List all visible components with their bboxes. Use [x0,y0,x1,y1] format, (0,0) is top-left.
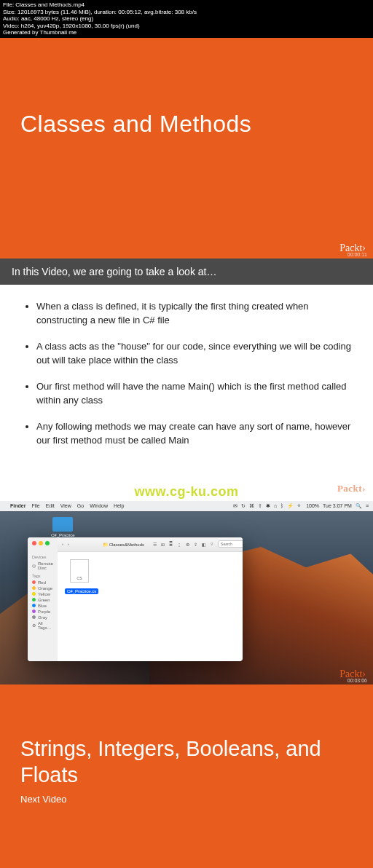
file-icon [70,559,89,583]
desktop-frame: Finder File Edit View Go Window Help ✉ ↻… [0,501,373,684]
nav-forward-button[interactable]: › [68,542,69,546]
next-subtitle: Next Video [20,794,353,805]
nav-back-button[interactable]: ‹ [62,542,63,546]
share-button[interactable]: ⇪ [194,542,197,547]
finder-toolbar: ‹ › 📁 Classes&Methods ☰ ⊞ ≣ ⋮ ⚙ ⇪ ◧ ⍢ [58,537,243,552]
next-video-slide: Strings, Integers, Booleans, and Floats … [0,684,373,868]
finder-main: ‹ › 📁 Classes&Methods ☰ ⊞ ≣ ⋮ ⚙ ⇪ ◧ ⍢ C#… [58,537,243,661]
sidebar-section-header: Devices [32,555,53,559]
menu-item[interactable]: Edit [46,503,55,508]
view-mode-button[interactable]: ⊞ [161,542,165,547]
tag-dot-icon [32,609,36,613]
status-icons[interactable]: ✉ ↻ ⌘ ⇧ ✱ ⌂ ᛒ ⚡ ᯤ 100% Tue 3:07 PM 🔍 ≡ [233,503,369,509]
spotlight-icon[interactable]: 🔍 [356,503,362,509]
window-controls[interactable] [32,541,50,545]
tag-dot-icon [32,598,36,601]
sidebar-tag-yellow[interactable]: Yellow [32,591,53,597]
next-title: Strings, Integers, Booleans, and Floats [20,735,353,789]
bullet-item: When a class is defined, it is typically… [36,299,351,328]
zoom-icon[interactable] [45,541,50,545]
file-item[interactable]: C#_Practice.cs [65,559,94,596]
view-mode-button[interactable]: ≣ [169,542,173,547]
status-icon[interactable]: ✱ [266,503,270,509]
slide-title: Classes and Methods [20,111,353,138]
sidebar-tag-orange[interactable]: Orange [32,585,53,591]
clock[interactable]: Tue 3:07 PM [323,503,352,508]
tag-dot-icon [32,615,36,619]
status-icon[interactable]: ✉ [233,503,237,509]
tag-dot-icon [32,586,36,590]
bluetooth-icon[interactable]: ᛒ [280,503,283,508]
dropdown-icon[interactable]: ⍢ [211,542,213,546]
menu-item[interactable]: Go [77,503,84,508]
sidebar-section-header: Tags [32,574,53,578]
sidebar-tag-gray[interactable]: Gray [32,615,53,620]
bullet-item: A class acts as the "house" for our code… [36,339,351,368]
menu-item[interactable]: View [60,503,71,508]
sidebar-all-tags[interactable]: ⚙All Tags… [32,620,53,631]
section-subheader: In this Video, we are going to take a lo… [0,259,373,285]
minimize-icon[interactable] [39,541,43,545]
app-name[interactable]: Finder [10,503,25,508]
frame-timestamp: 00:00:11 [348,252,367,257]
bullet-list: When a class is defined, it is typically… [22,299,351,448]
finder-sidebar: Devices ◎ Remote Disc Tags Red Orange Ye… [28,537,58,661]
tag-dot-icon [32,604,36,607]
status-icon[interactable]: ⌂ [274,503,277,508]
search-input[interactable] [218,540,243,548]
notification-icon[interactable]: ≡ [366,503,369,508]
view-mode-button[interactable]: ⋮ [177,542,181,547]
bullet-item: Any following methods we may create can … [36,419,351,448]
content-slide: When a class is defined, it is typically… [0,285,373,480]
folder-icon [52,517,73,532]
desktop-folder[interactable]: C#_Practice [51,517,75,537]
battery-percent[interactable]: 100% [306,503,319,508]
sidebar-tag-purple[interactable]: Purple [32,609,53,615]
tag-dot-icon [32,580,36,584]
brand-logo: Packt› [337,483,366,494]
title-slide: Classes and Methods Packt› 00:00:11 [0,38,373,259]
status-icon[interactable]: ⇧ [258,503,262,509]
battery-icon[interactable]: ⚡ [287,503,294,509]
tags-button[interactable]: ◧ [202,542,206,547]
tag-settings-icon: ⚙ [32,623,36,628]
menu-item[interactable]: Help [114,503,124,508]
sidebar-item-remote-disc[interactable]: ◎ Remote Disc [32,561,53,571]
view-mode-button[interactable]: ☰ [153,542,157,547]
close-icon[interactable] [32,541,36,545]
mac-menubar[interactable]: Finder File Edit View Go Window Help ✉ ↻… [0,501,373,511]
tag-dot-icon [32,592,36,596]
watermark-row: www.cg-ku.com Packt› [0,480,373,501]
sidebar-tag-red[interactable]: Red [32,580,53,585]
status-icon[interactable]: ⌘ [249,503,254,509]
action-button[interactable]: ⚙ [186,542,189,547]
disc-icon: ◎ [32,563,36,568]
watermark-text: www.cg-ku.com [135,484,239,499]
sidebar-tag-blue[interactable]: Blue [32,603,53,609]
status-icon[interactable]: ↻ [241,503,246,509]
finder-window[interactable]: Devices ◎ Remote Disc Tags Red Orange Ye… [28,537,243,661]
frame-timestamp: 00:03:06 [348,678,367,683]
menu-item[interactable]: Window [90,503,108,508]
menu-item[interactable]: File [31,503,39,508]
finder-content[interactable]: C#_Practice.cs [58,552,243,603]
sidebar-tag-green[interactable]: Green [32,597,53,603]
bullet-item: Our first method will have the name Main… [36,379,351,408]
file-name-selected: C#_Practice.cs [65,588,98,594]
wifi-icon[interactable]: ᯤ [297,503,302,508]
thumbnail-metadata: File: Classes and Methods.mp4 Size: 1201… [0,0,373,38]
window-title: 📁 Classes&Methods [103,542,144,547]
